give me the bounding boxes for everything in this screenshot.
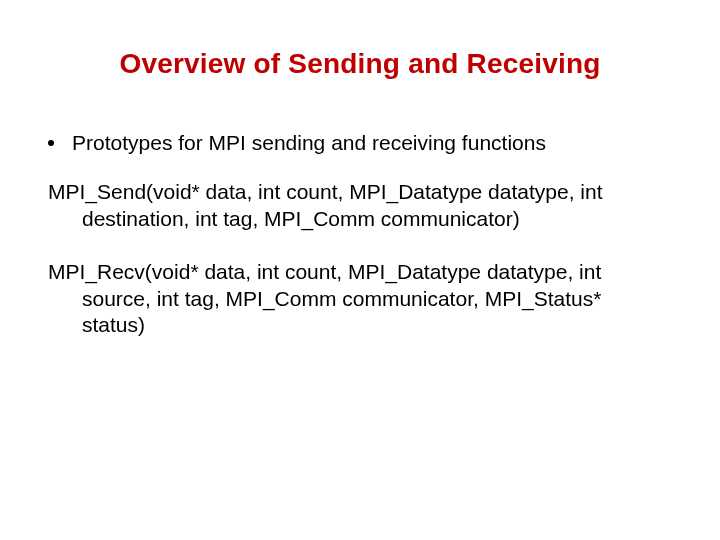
code-line: status): [48, 312, 672, 339]
code-line: destination, int tag, MPI_Comm communica…: [48, 206, 672, 233]
mpi-recv-prototype: MPI_Recv(void* data, int count, MPI_Data…: [48, 259, 672, 340]
bullet-icon: [48, 140, 54, 146]
code-line: MPI_Recv(void* data, int count, MPI_Data…: [48, 260, 601, 283]
slide-body: Prototypes for MPI sending and receiving…: [48, 130, 672, 365]
slide: Overview of Sending and Receiving Protot…: [0, 0, 720, 540]
mpi-send-prototype: MPI_Send(void* data, int count, MPI_Data…: [48, 179, 672, 233]
bullet-item: Prototypes for MPI sending and receiving…: [48, 130, 672, 157]
code-line: source, int tag, MPI_Comm communicator, …: [48, 286, 672, 313]
code-line: MPI_Send(void* data, int count, MPI_Data…: [48, 180, 603, 203]
slide-title: Overview of Sending and Receiving: [0, 48, 720, 80]
bullet-text: Prototypes for MPI sending and receiving…: [72, 130, 672, 157]
